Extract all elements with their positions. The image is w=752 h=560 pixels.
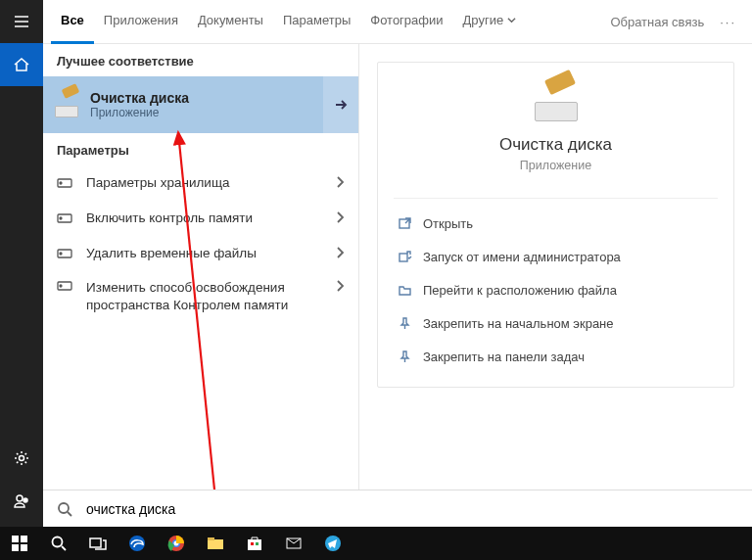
svg-rect-29 [256,542,258,545]
start-left-rail [0,0,43,527]
tab-apps[interactable]: Приложения [94,0,188,44]
storage-icon [57,176,74,191]
svg-rect-18 [21,544,27,551]
param-label: Включить контроль памяти [86,210,335,227]
svg-point-14 [59,503,69,513]
search-tabs: Все Приложения Документы Параметры Фотог… [43,0,752,44]
tab-docs[interactable]: Документы [188,0,273,44]
action-label: Открыть [423,216,473,231]
hamburger-icon[interactable] [0,0,43,43]
bestmatch-title: Очистка диска [90,90,189,106]
svg-rect-28 [251,542,254,545]
chevron-right-icon [335,246,345,262]
disk-cleanup-icon [55,92,80,117]
action-label: Перейти к расположению файла [423,283,617,298]
chevron-right-icon [335,175,345,192]
disk-cleanup-icon [533,82,580,121]
bestmatch-subtitle: Приложение [90,106,189,119]
start-button[interactable] [0,527,39,560]
account-icon[interactable] [0,480,43,523]
tab-settings[interactable]: Параметры [273,0,360,44]
svg-point-4 [60,182,62,184]
bestmatch-expand-button[interactable] [323,76,358,133]
results-pane: Лучшее соответствие Очистка диска Прилож… [43,44,358,490]
action-pin-start[interactable]: Закрепить на начальном экране [394,306,718,340]
action-file-location[interactable]: Перейти к расположению файла [394,273,718,306]
search-icon [57,501,72,517]
storage-icon [57,211,74,226]
param-label: Изменить способ освобождения пространств… [86,279,335,313]
feedback-link[interactable]: Обратная связь [602,15,712,29]
param-storage-sense[interactable]: Включить контроль памяти [43,201,358,236]
folder-icon [394,283,415,298]
svg-point-6 [60,217,62,219]
open-icon [394,216,415,231]
svg-rect-13 [400,254,407,261]
svg-point-8 [60,253,62,255]
param-temp-files[interactable]: Удалить временные файлы [43,236,358,271]
taskbar-chrome-icon[interactable] [157,527,196,560]
taskbar-mail-icon[interactable] [274,527,313,560]
taskbar-explorer-icon[interactable] [196,527,235,560]
svg-rect-15 [12,536,19,542]
storage-icon [57,247,74,261]
action-run-admin[interactable]: Запуск от имени администратора [394,240,718,273]
tab-photos[interactable]: Фотографии [360,0,452,44]
svg-point-0 [20,456,24,461]
pin-icon [394,350,415,364]
tab-all[interactable]: Все [51,0,94,44]
svg-rect-26 [208,537,214,540]
tab-other[interactable]: Другие [453,0,526,44]
param-storage[interactable]: Параметры хранилища [43,165,358,201]
bestmatch-item[interactable]: Очистка диска Приложение [43,76,358,133]
param-label: Удалить временные файлы [86,245,335,262]
svg-rect-17 [12,544,19,551]
section-bestmatch: Лучшее соответствие [43,44,358,76]
detail-subtitle: Приложение [520,159,591,172]
chevron-right-icon [335,279,345,296]
svg-point-1 [17,495,23,501]
pin-icon [394,316,415,331]
svg-point-19 [53,537,63,547]
svg-rect-20 [90,538,101,547]
svg-point-2 [24,498,27,502]
param-change-free[interactable]: Изменить способ освобождения пространств… [43,271,358,318]
storage-icon [57,279,74,294]
action-label: Запуск от имени администратора [423,250,621,264]
detail-title: Очистка диска [499,135,612,155]
svg-rect-27 [248,539,261,550]
search-input[interactable] [86,501,738,517]
search-bar [43,490,752,527]
shield-icon [394,250,415,264]
svg-point-10 [60,285,62,287]
section-settings: Параметры [43,133,358,165]
chevron-right-icon [335,210,345,227]
action-label: Закрепить на панели задач [423,350,585,364]
taskbar-telegram-icon[interactable] [313,527,352,560]
taskbar-store-icon[interactable] [235,527,274,560]
action-pin-taskbar[interactable]: Закрепить на панели задач [394,340,718,373]
taskbar [0,527,752,560]
detail-pane: Очистка диска Приложение Открыть Запуск … [358,44,752,490]
taskbar-search-icon[interactable] [39,527,78,560]
home-icon[interactable] [0,43,43,86]
svg-rect-16 [21,536,27,542]
action-label: Закрепить на начальном экране [423,316,614,331]
taskbar-edge-icon[interactable] [118,527,157,560]
settings-icon[interactable] [0,437,43,480]
svg-rect-25 [208,539,223,549]
action-open[interactable]: Открыть [394,207,718,240]
more-icon[interactable]: ··· [712,15,744,29]
task-view-icon[interactable] [78,527,118,560]
param-label: Параметры хранилища [86,174,335,192]
